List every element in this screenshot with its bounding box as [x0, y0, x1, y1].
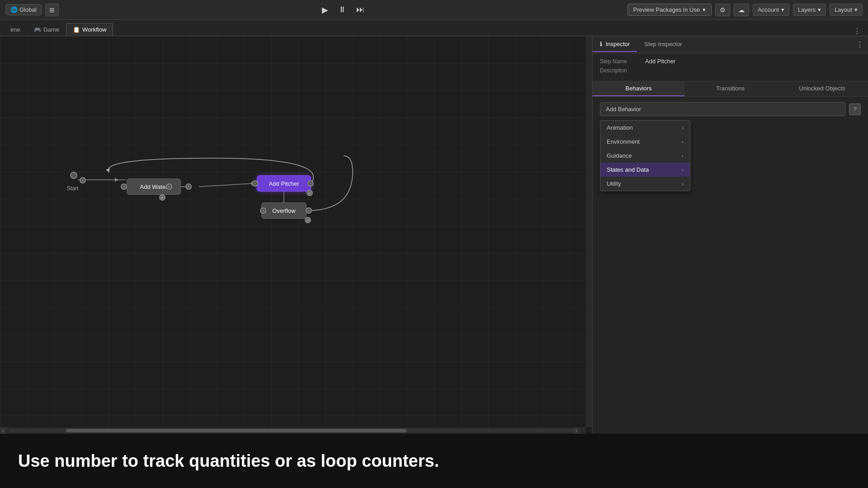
animation-submenu-arrow: ›	[682, 125, 684, 131]
step-name-label: Step Name	[600, 58, 641, 65]
tab-ene-label: ene	[10, 26, 20, 33]
horizontal-scrollbar[interactable]: ‹ ›	[0, 427, 586, 434]
add-behavior-label: Add Behavior	[606, 106, 641, 113]
canvas-area[interactable]: Start › Add Water › › + › Add Pitcher › …	[0, 36, 592, 434]
settings-icon-button[interactable]: ⚙	[715, 4, 730, 16]
caption-text: Use number to track quantities or as loo…	[18, 451, 439, 471]
node-add-water[interactable]: Add Water	[127, 178, 181, 195]
overflow-in-connector: ›	[260, 207, 266, 214]
mid-connector: ›	[185, 183, 192, 190]
guidance-label: Guidance	[607, 152, 632, 159]
guidance-submenu-arrow: ›	[682, 153, 684, 159]
global-button[interactable]: 🌐 Global	[5, 4, 42, 15]
dropdown-item-environment[interactable]: Environment ›	[600, 135, 690, 149]
overflow-out-connector: ›	[306, 207, 312, 214]
dropdown-item-states-and-data[interactable]: States and Data ›	[600, 163, 690, 177]
panel-more-button[interactable]: ⋮	[852, 38, 868, 51]
dropdown-item-animation[interactable]: Animation ›	[600, 121, 690, 135]
right-panel: ℹ Inspector Step Inspector ⋮ Step Name A…	[592, 36, 868, 434]
dropdown-item-guidance[interactable]: Guidance ›	[600, 149, 690, 163]
animation-label: Animation	[607, 124, 633, 131]
add-water-plus-btn[interactable]: +	[159, 194, 165, 201]
account-button[interactable]: Account ▾	[753, 4, 789, 16]
add-pitcher-out-connector: ›	[307, 180, 314, 187]
dropdown-item-utility[interactable]: Utility ›	[600, 177, 690, 191]
help-button[interactable]: ?	[849, 103, 861, 115]
node-start-label: Start	[67, 185, 78, 192]
workflow-icon: 📋	[73, 26, 80, 33]
unlocked-objects-tab-label: Unlocked Objects	[799, 85, 845, 92]
tab-step-inspector[interactable]: Step Inspector	[637, 37, 689, 52]
workflow-svg	[0, 36, 592, 434]
step-inspector-label: Step Inspector	[644, 41, 682, 47]
node-add-pitcher[interactable]: Add Pitcher	[257, 175, 311, 192]
description-label: Description	[600, 67, 641, 74]
utility-submenu-arrow: ›	[682, 181, 684, 187]
tab-ene[interactable]: ene	[4, 23, 27, 36]
inspector-icon: ℹ	[600, 41, 602, 47]
node-add-water-label: Add Water	[140, 183, 168, 190]
add-water-out-connector: ›	[166, 183, 172, 190]
add-behavior-row: Add Behavior ?	[600, 102, 861, 116]
toolbar-left: 🌐 Global ⊞	[5, 4, 59, 16]
layers-button[interactable]: Layers ▾	[793, 4, 826, 16]
behaviors-area: Add Behavior ? Animation › Environment ›…	[593, 97, 868, 434]
layout-label: Layout	[835, 6, 852, 13]
tab-inspector[interactable]: ℹ Inspector	[593, 37, 637, 52]
pause-icon: ⏸	[338, 5, 346, 14]
globe-icon: 🌐	[10, 6, 18, 13]
step-button[interactable]: ⏭	[353, 3, 368, 16]
layers-label: Layers	[798, 6, 816, 13]
section-tab-unlocked-objects[interactable]: Unlocked Objects	[776, 81, 868, 96]
description-row: Description	[600, 67, 861, 74]
tab-workflow[interactable]: 📋 Workflow	[66, 23, 113, 36]
add-behavior-button[interactable]: Add Behavior	[600, 102, 845, 116]
add-water-in-connector: ›	[121, 183, 127, 190]
behaviors-tab-label: Behaviors	[626, 85, 652, 92]
states-and-data-label: States and Data	[607, 166, 649, 173]
vertical-scrollbar[interactable]	[586, 36, 592, 427]
environment-submenu-arrow: ›	[682, 139, 684, 145]
grid-icon-button[interactable]: ⊞	[45, 4, 59, 16]
step-icon: ⏭	[356, 5, 364, 14]
section-tab-transitions[interactable]: Transitions	[684, 81, 776, 96]
play-button[interactable]: ▶	[318, 3, 332, 17]
tab-bar-right: ⋮	[850, 27, 868, 36]
node-add-pitcher-label: Add Pitcher	[269, 180, 299, 187]
account-label: Account	[758, 6, 779, 13]
play-icon: ▶	[322, 5, 328, 14]
svg-line-3	[199, 183, 253, 187]
step-fields: Step Name Add Pitcher Description	[593, 53, 868, 81]
tab-bar: ene 🎮 Game 📋 Workflow ⋮	[0, 20, 868, 36]
inspector-label: Inspector	[606, 41, 630, 47]
node-start[interactable]	[70, 172, 77, 179]
tab-more-icon[interactable]: ⋮	[850, 27, 864, 36]
tab-workflow-label: Workflow	[82, 26, 106, 33]
environment-label: Environment	[607, 138, 640, 145]
add-pitcher-plus-btn[interactable]: +	[307, 190, 313, 196]
states-submenu-arrow: ›	[682, 167, 684, 173]
account-chevron-icon: ▾	[781, 6, 784, 13]
overflow-plus-btn[interactable]: +	[305, 217, 311, 223]
scroll-right-arrow[interactable]: ›	[573, 427, 580, 434]
transitions-tab-label: Transitions	[716, 85, 745, 92]
behavior-dropdown: Animation › Environment › Guidance › Sta…	[600, 120, 690, 191]
cloud-icon-button[interactable]: ☁	[734, 4, 749, 16]
main-layout: Start › Add Water › › + › Add Pitcher › …	[0, 36, 868, 434]
scroll-left-arrow[interactable]: ‹	[0, 427, 6, 434]
pause-button[interactable]: ⏸	[335, 3, 350, 16]
toolbar-right: Preview Packages in Use ▾ ⚙ ☁ Account ▾ …	[627, 4, 863, 16]
layout-button[interactable]: Layout ▾	[830, 4, 863, 16]
node-overflow[interactable]: Overflow	[261, 202, 307, 219]
utility-label: Utility	[607, 180, 621, 187]
node-overflow-label: Overflow	[272, 207, 295, 214]
top-toolbar: 🌐 Global ⊞ ▶ ⏸ ⏭ Preview Packages in Use…	[0, 0, 868, 20]
start-out-connector[interactable]: ›	[80, 177, 86, 183]
tab-game[interactable]: 🎮 Game	[27, 23, 66, 36]
chevron-down-icon: ▾	[703, 6, 706, 13]
add-pitcher-in-connector: ›	[252, 180, 258, 187]
help-icon: ?	[853, 106, 856, 113]
game-icon: 🎮	[34, 26, 41, 33]
section-tab-behaviors[interactable]: Behaviors	[593, 81, 684, 96]
preview-packages-button[interactable]: Preview Packages in Use ▾	[627, 4, 712, 16]
